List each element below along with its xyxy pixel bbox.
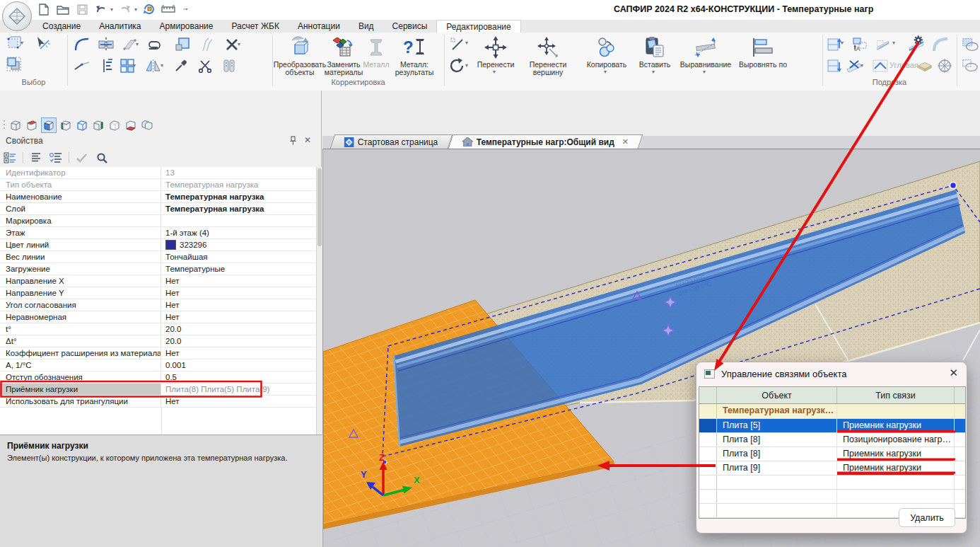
property-value[interactable]: 13 bbox=[161, 167, 316, 178]
axes-target-icon[interactable] bbox=[936, 58, 953, 74]
property-row[interactable]: Направление XНет bbox=[0, 275, 316, 287]
delete-button[interactable]: Удалить bbox=[899, 508, 955, 527]
paste-dropdown[interactable]: ▾ bbox=[652, 69, 655, 75]
property-row[interactable]: Δt°20.0 bbox=[0, 335, 316, 347]
box-trim-icon[interactable] bbox=[916, 58, 933, 74]
alignment-button[interactable]: Выравнивание ▾ bbox=[676, 35, 735, 75]
property-row[interactable]: Угол согласованияНет bbox=[0, 299, 316, 311]
link-type-cell[interactable]: Приемник нагрузки bbox=[837, 461, 955, 475]
ribbon-tab-analitika[interactable]: Аналитика bbox=[90, 20, 150, 33]
property-value[interactable]: Нет bbox=[161, 299, 316, 311]
ribbon-tab-redaktirovanie[interactable]: Редактирование bbox=[436, 20, 520, 33]
link-type-cell[interactable]: Приемник нагрузки bbox=[837, 447, 955, 461]
trim-rename-icon[interactable]: fA bbox=[852, 37, 869, 52]
new-document-icon[interactable] bbox=[37, 2, 51, 16]
open-folder-icon[interactable] bbox=[56, 2, 70, 16]
property-value[interactable]: Нет bbox=[161, 287, 316, 299]
link-type-cell[interactable]: Позиционирование нагруз... bbox=[837, 433, 955, 447]
dialog-title-bar[interactable]: Управление связями объекта bbox=[696, 362, 967, 386]
row-selector-cell[interactable] bbox=[699, 447, 717, 461]
cube-back-icon[interactable] bbox=[107, 118, 122, 132]
array-dropdown[interactable]: ▾ bbox=[133, 62, 136, 69]
property-value[interactable]: 0.5 bbox=[161, 372, 316, 383]
property-row[interactable]: НаименованиеТемпературная нагрузка bbox=[0, 191, 316, 203]
cube-right-green-icon[interactable] bbox=[91, 118, 105, 132]
object-cell[interactable]: Плита [5] bbox=[717, 419, 837, 432]
rotate-icon[interactable] bbox=[448, 58, 465, 74]
cube-top-red-icon[interactable] bbox=[25, 118, 39, 132]
trim-extend-up-dropdown[interactable]: ▾ bbox=[841, 40, 844, 46]
cubes-all-icon[interactable] bbox=[140, 118, 154, 132]
dialog-close-icon[interactable]: ✕ bbox=[949, 367, 958, 378]
property-row[interactable]: СлойТемпературная нагрузка bbox=[0, 203, 316, 215]
property-value[interactable]: Температурная нагрузка bbox=[161, 191, 316, 202]
align-offset-icon[interactable] bbox=[98, 58, 115, 74]
property-row[interactable]: Цвет линий323296 bbox=[0, 239, 316, 251]
property-value[interactable]: Температурные bbox=[161, 263, 316, 275]
beam-edit-dropdown[interactable]: ▾ bbox=[136, 41, 139, 47]
move-vertex-button[interactable]: Перенести вершину bbox=[518, 35, 578, 76]
merge-line-icon[interactable] bbox=[74, 58, 91, 74]
mirror-icon[interactable] bbox=[145, 58, 162, 74]
trim-settings-gear-icon[interactable] bbox=[908, 35, 925, 51]
undo-icon[interactable] bbox=[94, 2, 108, 16]
cube-left-green-icon[interactable] bbox=[59, 118, 73, 132]
panel-close-icon[interactable]: ✕ bbox=[304, 136, 311, 145]
pin-icon[interactable] bbox=[289, 136, 297, 145]
copy-dropdown[interactable]: ▾ bbox=[604, 69, 607, 75]
ribbon-tab-sozdanie[interactable]: Создание bbox=[33, 20, 90, 33]
property-value[interactable]: Температурная нагрузка bbox=[161, 179, 316, 190]
properties-table-icon[interactable] bbox=[221, 58, 238, 74]
header-object-column[interactable]: Объект bbox=[717, 387, 837, 403]
ribbon-tab-vid[interactable]: Вид bbox=[349, 20, 383, 33]
metal-button[interactable]: Металл bbox=[364, 35, 388, 69]
ribbon-tab-servisy[interactable]: Сервисы bbox=[383, 20, 437, 33]
ribbon-tab-armirovanie[interactable]: Армирование bbox=[151, 20, 223, 33]
corner-trim-button[interactable]: Угловая bbox=[889, 61, 918, 69]
measure-icon[interactable] bbox=[161, 2, 175, 16]
property-row[interactable]: t°20.0 bbox=[0, 323, 316, 335]
load-vertex-dot[interactable] bbox=[950, 183, 957, 189]
property-row[interactable]: Коэффициент расширения из материалаНет bbox=[0, 347, 316, 359]
trim-arc-icon[interactable] bbox=[932, 37, 949, 52]
property-value[interactable]: Плита(8) Плита(5) Плита(9) bbox=[161, 384, 316, 395]
eyedropper-icon[interactable] bbox=[173, 58, 189, 74]
panel-scrollbar[interactable] bbox=[316, 167, 322, 434]
property-row[interactable]: Маркировка bbox=[0, 215, 316, 227]
redo-dropdown-icon[interactable]: ▾ bbox=[134, 6, 137, 13]
shape-subtract-icon[interactable] bbox=[962, 58, 979, 74]
trim-slope-icon[interactable] bbox=[875, 37, 892, 52]
ribbon-tab-annotacii[interactable]: Аннотации bbox=[288, 20, 349, 33]
checklist-view-icon[interactable] bbox=[49, 151, 63, 164]
property-value[interactable]: Нет bbox=[161, 311, 316, 323]
qat-more-icon[interactable]: ⹀▾ bbox=[183, 6, 188, 13]
overlap-select-icon[interactable] bbox=[6, 57, 23, 72]
paste-button[interactable]: Вставить ▾ bbox=[635, 35, 675, 75]
property-row[interactable]: Приёмник нагрузкиПлита(8) Плита(5) Плита… bbox=[0, 384, 316, 396]
link-type-cell[interactable] bbox=[837, 404, 955, 418]
cube-bottom-red-icon[interactable] bbox=[124, 118, 138, 132]
row-selector-cell[interactable] bbox=[699, 419, 717, 432]
app-menu-button[interactable] bbox=[2, 1, 32, 31]
row-selector-cell[interactable] bbox=[699, 433, 717, 447]
tab-temperature-view[interactable]: Температурные нагр:Общий вид ✕ bbox=[448, 134, 643, 149]
object-cell[interactable] bbox=[717, 476, 837, 489]
link-group-row[interactable]: Температурная нагрузка [13] bbox=[699, 404, 965, 419]
property-value[interactable] bbox=[161, 215, 316, 226]
object-cell[interactable]: Температурная нагрузка [13] bbox=[717, 404, 837, 418]
toolbar-drag-handle[interactable] bbox=[3, 119, 6, 132]
property-value[interactable]: Температурная нагрузка bbox=[161, 203, 316, 214]
object-cell[interactable]: Плита [8] bbox=[717, 447, 837, 461]
roof-trim-icon[interactable] bbox=[872, 58, 889, 74]
tab-start-page[interactable]: Стартовая страница bbox=[330, 134, 453, 149]
metal-results-button[interactable]: ? Металл: результаты bbox=[388, 35, 441, 76]
link-type-cell[interactable] bbox=[837, 490, 955, 503]
ribbon-tab-raschet[interactable]: Расчет ЖБК bbox=[222, 20, 288, 33]
property-value[interactable]: Нет bbox=[161, 275, 316, 287]
fillet-icon[interactable] bbox=[74, 37, 91, 52]
property-value[interactable]: 1-й этаж (4) bbox=[161, 227, 316, 238]
row-selector-cell[interactable] bbox=[699, 504, 717, 517]
row-selector-cell[interactable] bbox=[699, 404, 717, 418]
link-row[interactable]: Плита [8]Позиционирование нагруз... bbox=[699, 433, 965, 447]
property-row[interactable]: НеравномернаяНет bbox=[0, 311, 316, 323]
